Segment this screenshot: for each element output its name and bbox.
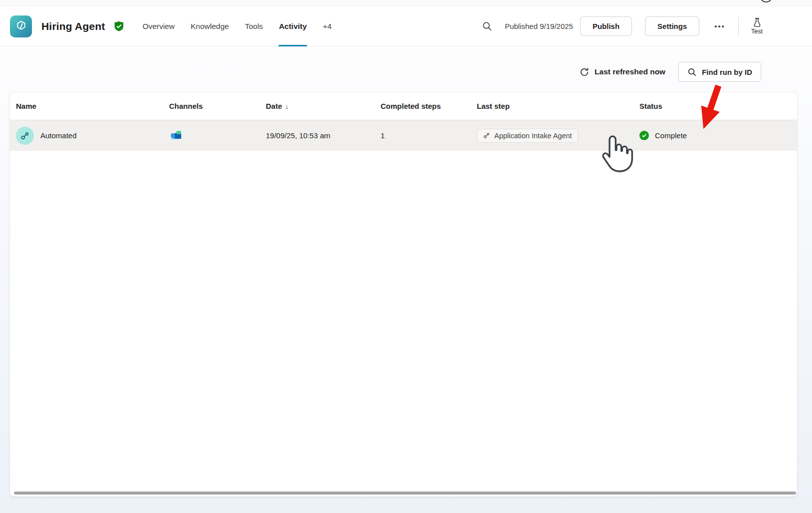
column-header-name[interactable]: Name [16, 102, 169, 110]
app-header: Hiring Agent Overview Knowledge Tools Ac… [0, 6, 812, 46]
published-status: Published 9/19/2025 [505, 22, 573, 30]
column-label: Status [639, 102, 662, 110]
tab-knowledge[interactable]: Knowledge [183, 6, 237, 46]
runs-table-card: Name Channels Date ↓ Completed steps Las… [10, 92, 797, 497]
tab-label: +4 [323, 22, 332, 31]
shield-check-icon [113, 20, 125, 32]
tab-label: Overview [143, 22, 175, 31]
table-row[interactable]: Automated 19/09/25, 10:53 am 1 [10, 120, 797, 151]
header-nav: Overview Knowledge Tools Activity +4 [135, 6, 340, 46]
find-run-button[interactable]: Find run by ID [678, 62, 761, 82]
refresh-button[interactable]: Last refreshed now [579, 67, 665, 77]
copilot-studio-page: Hiring Agent Overview Knowledge Tools Ac… [0, 0, 812, 513]
tab-activity[interactable]: Activity [271, 6, 315, 46]
avatar[interactable] [760, 0, 773, 2]
browser-top-strip [0, 0, 812, 6]
table-header-row: Name Channels Date ↓ Completed steps Las… [10, 92, 797, 120]
column-header-completed-steps[interactable]: Completed steps [381, 102, 477, 110]
flask-icon [752, 17, 762, 27]
publish-button[interactable]: Publish [580, 16, 632, 36]
header-divider [738, 16, 739, 36]
page-title: Hiring Agent [41, 20, 105, 32]
test-button[interactable]: Test [749, 16, 765, 36]
column-label: Channels [169, 102, 203, 110]
copilot-studio-channel-icon [169, 128, 184, 143]
activity-content: Last refreshed now Find run by ID Name C… [0, 47, 812, 513]
status-label: Complete [655, 131, 687, 140]
run-name-cell: Automated [16, 127, 169, 145]
column-header-last-step[interactable]: Last step [477, 102, 639, 110]
settings-button[interactable]: Settings [645, 16, 699, 36]
agent-logo[interactable] [10, 15, 32, 37]
active-tab-underline [278, 45, 307, 46]
search-icon[interactable] [482, 21, 492, 31]
column-header-channels[interactable]: Channels [169, 102, 266, 110]
column-label: Date [266, 102, 282, 110]
run-channels-cell [169, 128, 266, 143]
find-run-label: Find run by ID [702, 68, 752, 76]
column-header-status[interactable]: Status [639, 102, 797, 110]
automation-flow-icon [16, 127, 34, 145]
status-check-icon [639, 131, 649, 140]
more-horizontal-icon: ••• [714, 22, 725, 30]
run-name: Automated [40, 131, 77, 140]
last-step-label: Application Intake Agent [494, 132, 572, 140]
more-options-button[interactable]: ••• [709, 20, 730, 33]
column-label: Last step [477, 102, 510, 110]
horizontal-scrollbar[interactable] [14, 492, 796, 495]
run-last-step-cell: Application Intake Agent [477, 129, 639, 143]
tab-overflow[interactable]: +4 [315, 6, 340, 46]
column-label: Completed steps [381, 102, 441, 110]
last-refreshed-label: Last refreshed now [595, 67, 665, 76]
last-step-badge[interactable]: Application Intake Agent [477, 129, 578, 143]
activity-toolbar: Last refreshed now Find run by ID [0, 47, 812, 82]
column-header-date[interactable]: Date ↓ [266, 102, 381, 110]
tab-label: Activity [279, 22, 307, 31]
test-label: Test [751, 28, 763, 35]
hexagon-code-slash-icon [14, 19, 28, 33]
tab-label: Knowledge [191, 22, 229, 31]
tab-label: Tools [245, 22, 263, 31]
tab-overview[interactable]: Overview [135, 6, 183, 46]
run-date: 19/09/25, 10:53 am [266, 131, 381, 140]
header-actions: Published 9/19/2025 Publish Settings •••… [482, 16, 765, 36]
tab-tools[interactable]: Tools [237, 6, 271, 46]
automation-flow-icon [483, 132, 490, 139]
run-status-cell: Complete [639, 131, 797, 140]
run-completed-steps: 1 [381, 131, 477, 140]
search-icon [687, 67, 697, 77]
refresh-icon [579, 67, 590, 77]
sort-descending-icon: ↓ [285, 102, 289, 110]
column-label: Name [16, 102, 36, 110]
